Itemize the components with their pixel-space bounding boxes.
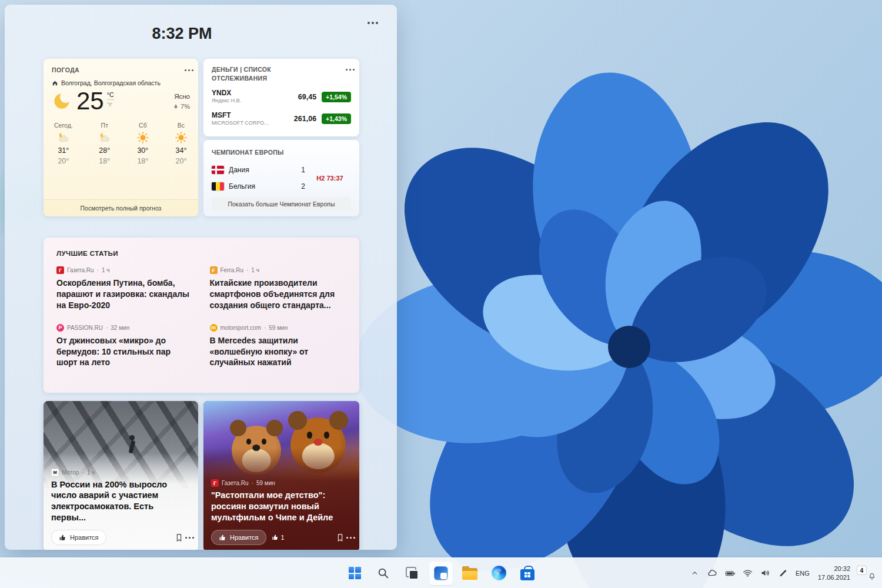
bell-icon bbox=[868, 572, 876, 580]
finance-more-button[interactable] bbox=[349, 65, 351, 74]
file-explorer-button[interactable] bbox=[458, 562, 482, 585]
forecast-high: 28° bbox=[99, 146, 110, 155]
card-source: Мотор bbox=[62, 469, 79, 476]
volume-tray-button[interactable] bbox=[758, 563, 773, 584]
like-button[interactable]: Нравится bbox=[51, 530, 106, 545]
notification-center-button[interactable]: 4 bbox=[856, 563, 877, 584]
search-button[interactable] bbox=[372, 562, 395, 585]
gazeta-logo-icon: Г bbox=[56, 266, 64, 274]
motor-logo-icon: м bbox=[51, 469, 59, 476]
edge-browser-icon bbox=[492, 566, 506, 580]
folder-icon bbox=[462, 568, 477, 580]
tray-expand-button[interactable] bbox=[687, 563, 703, 584]
forecast-row: Сегод. 31° 20° Пт 28° 18° Сб 30° 18° Вс … bbox=[44, 113, 198, 165]
stock-ticker: YNDX bbox=[212, 89, 241, 98]
denmark-flag-icon bbox=[212, 166, 224, 174]
like-button[interactable]: Нравится bbox=[211, 530, 266, 545]
like-count-value: 1 bbox=[281, 534, 285, 541]
team-name: Бельгия bbox=[229, 182, 255, 191]
thumb-up-icon bbox=[272, 534, 279, 541]
widgets-icon bbox=[434, 566, 448, 580]
forecast-low: 18° bbox=[99, 157, 110, 165]
ferra-logo-icon: F bbox=[210, 266, 218, 274]
pen-icon bbox=[779, 569, 788, 578]
news-article[interactable]: F Ferra.Ru · 1 ч Китайские производители… bbox=[210, 266, 347, 311]
article-time: 59 мин bbox=[269, 325, 288, 331]
team-score: 2 bbox=[301, 182, 309, 191]
news-card[interactable]: Г Газета.Ru · 59 мин "Растоптали мое дет… bbox=[203, 401, 359, 550]
stock-row[interactable]: YNDX Яндекс Н.В. 69,45 +1,54% bbox=[212, 89, 351, 104]
finance-widget[interactable]: ДЕНЬГИ | СПИСОК ОТСЛЕЖИВАНИЯ YNDX Яндекс… bbox=[203, 59, 359, 136]
team-row: Дания 1 bbox=[212, 162, 309, 178]
forecast-high: 31° bbox=[58, 146, 69, 155]
moon-cloud-icon bbox=[57, 131, 70, 144]
microsoft-store-icon bbox=[520, 569, 534, 580]
bookmark-button[interactable] bbox=[336, 532, 345, 543]
task-view-button[interactable] bbox=[400, 562, 424, 585]
forecast-day-label: Вс bbox=[178, 122, 185, 129]
panel-more-button[interactable] bbox=[364, 16, 382, 29]
taskbar-clock[interactable]: 20:32 17.06.2021 bbox=[814, 564, 854, 582]
meta-separator: · bbox=[264, 325, 266, 331]
chevron-up-icon bbox=[691, 569, 699, 577]
scooter-rider-silhouette bbox=[129, 435, 135, 440]
windows-bloom-wallpaper bbox=[353, 0, 882, 588]
article-headline: Китайские производители смартфонов объед… bbox=[210, 278, 347, 311]
celsius-label[interactable]: °C bbox=[107, 91, 114, 99]
stock-company: Яндекс Н.В. bbox=[212, 98, 241, 104]
news-card[interactable]: м Мотор · 1 ч В России на 200% выросло ч… bbox=[44, 401, 198, 550]
onedrive-tray-button[interactable] bbox=[705, 563, 720, 584]
wifi-tray-button[interactable] bbox=[740, 563, 756, 584]
precipitation-value: 7% bbox=[181, 103, 190, 110]
unit-toggle[interactable]: °C °F bbox=[107, 91, 114, 108]
match-score[interactable]: Дания 1 Бельгия 2 Н2 73:37 bbox=[212, 162, 351, 194]
card-more-button[interactable] bbox=[350, 532, 352, 543]
meta-separator: · bbox=[82, 469, 83, 476]
forecast-day-label: Пт bbox=[101, 122, 108, 129]
weather-widget[interactable]: ПОГОДА Волгоград, Волгоградская область … bbox=[44, 59, 198, 216]
card-time: 59 мин bbox=[256, 480, 275, 486]
meta-separator: · bbox=[106, 325, 108, 331]
notification-count-badge: 4 bbox=[857, 566, 867, 575]
top-stories-section: ЛУЧШИЕ СТАТЬИ Г Газета.Ru · 1 ч Оскорбле… bbox=[44, 238, 359, 393]
edge-button[interactable] bbox=[487, 562, 510, 585]
forecast-day-label: Сегод. bbox=[54, 122, 73, 129]
news-article[interactable]: m motorsport.com · 59 мин В Mercedes защ… bbox=[210, 324, 347, 369]
wifi-icon bbox=[743, 568, 753, 578]
card-time: 1 ч bbox=[87, 469, 95, 476]
belgium-flag-icon bbox=[212, 182, 224, 191]
stock-price: 69,45 bbox=[298, 93, 316, 101]
battery-tray-button[interactable] bbox=[723, 563, 738, 584]
moon-icon bbox=[52, 91, 72, 111]
weather-more-button[interactable] bbox=[188, 66, 190, 74]
news-article[interactable]: Г Газета.Ru · 1 ч Оскорбления Путина, бо… bbox=[56, 266, 193, 311]
stock-ticker: MSFT bbox=[212, 111, 269, 120]
fahrenheit-label[interactable]: °F bbox=[107, 99, 114, 108]
widgets-button[interactable] bbox=[429, 562, 453, 585]
language-indicator[interactable]: ENG bbox=[793, 563, 812, 584]
start-button[interactable] bbox=[343, 562, 366, 585]
card-headline: "Растоптали мое детство": россиян возмут… bbox=[211, 490, 352, 523]
store-button[interactable] bbox=[516, 562, 539, 585]
sports-widget[interactable]: ЧЕМПИОНАТ ЕВРОПЫ Дания 1 Бельгия 2 Н2 73… bbox=[203, 140, 359, 216]
card-source: Газета.Ru bbox=[222, 480, 249, 486]
article-time: 1 ч bbox=[251, 267, 259, 273]
bookmark-icon bbox=[336, 533, 345, 542]
news-article[interactable]: P PASSION.RU · 32 мин От джинсовых «микр… bbox=[56, 324, 193, 369]
sports-title: ЧЕМПИОНАТ ЕВРОПЫ bbox=[212, 149, 284, 156]
battery-icon bbox=[725, 568, 736, 579]
article-headline: В Mercedes защитили «волшебную кнопку» о… bbox=[210, 335, 347, 369]
forecast-high: 34° bbox=[176, 146, 187, 155]
show-more-sports-button[interactable]: Показать больше Чемпионат Европы bbox=[212, 197, 351, 211]
stock-row[interactable]: MSFT MICROSOFT CORPO... 261,06 +1,43% bbox=[212, 111, 351, 126]
bookmark-button[interactable] bbox=[175, 532, 183, 543]
pen-tray-button[interactable] bbox=[776, 563, 791, 584]
gazeta-logo-icon: Г bbox=[211, 479, 219, 487]
article-headline: Оскорбления Путина, бомба, парашют и газ… bbox=[56, 278, 193, 311]
speaker-icon bbox=[760, 568, 770, 578]
full-forecast-link[interactable]: Посмотреть полный прогноз bbox=[44, 199, 198, 216]
stock-company: MICROSOFT CORPO... bbox=[212, 120, 269, 126]
card-more-button[interactable] bbox=[189, 532, 191, 543]
tray-date: 17.06.2021 bbox=[818, 573, 850, 582]
team-name: Дания bbox=[229, 166, 249, 174]
